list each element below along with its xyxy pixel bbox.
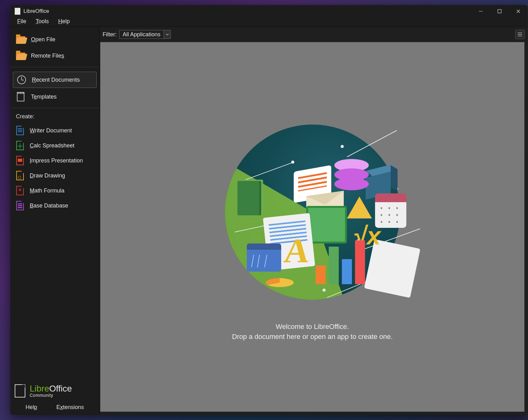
- menu-file[interactable]: File: [13, 18, 30, 25]
- main-area: Filter: All Applications: [99, 27, 528, 415]
- close-button[interactable]: [509, 5, 528, 18]
- brand-office: Office: [49, 384, 72, 393]
- sidebar-create-calc[interactable]: Calc Spreadsheet: [12, 138, 97, 153]
- main-toolbar: Filter: All Applications: [99, 27, 528, 42]
- chevron-down-icon: [164, 30, 170, 38]
- maximize-button[interactable]: [490, 5, 509, 18]
- sidebar: Open File Remote Files Recent Documents …: [10, 27, 99, 415]
- base-icon: [16, 201, 24, 210]
- sidebar-create-impress[interactable]: Impress Presentation: [12, 153, 97, 168]
- calc-icon: [16, 141, 24, 150]
- minimize-button[interactable]: [471, 5, 490, 18]
- app-window: LibreOffice File Tools Help Open File: [10, 5, 528, 415]
- sidebar-remote-files[interactable]: Remote Files: [12, 48, 97, 64]
- draw-icon: [16, 171, 24, 180]
- extensions-link[interactable]: Extensions: [56, 404, 84, 411]
- brand-libre: Libre: [30, 384, 49, 393]
- filter-select[interactable]: All Applications: [119, 30, 171, 39]
- hero-illustration: A √x: [212, 112, 413, 312]
- folder-open-icon: [16, 35, 25, 44]
- view-menu-button[interactable]: [515, 30, 525, 39]
- template-icon: [16, 92, 25, 101]
- sidebar-templates[interactable]: Templates: [12, 89, 97, 105]
- filter-label: Filter:: [103, 31, 117, 38]
- sidebar-create-math[interactable]: Math Formula: [12, 183, 97, 198]
- brand-logo: LibreOffice Community: [10, 381, 99, 401]
- help-link[interactable]: Help: [26, 404, 37, 411]
- titlebar: LibreOffice: [10, 5, 528, 18]
- sidebar-create-draw[interactable]: Draw Drawing: [12, 168, 97, 183]
- menu-tools[interactable]: Tools: [32, 18, 53, 25]
- brand-icon: [15, 384, 25, 397]
- welcome-line-2: Drop a document here or open an app to c…: [232, 332, 393, 342]
- welcome-line-1: Welcome to LibreOffice.: [232, 322, 393, 332]
- start-center-canvas[interactable]: A √x Welcome to LibreOffice. Drop a docu…: [100, 42, 525, 412]
- app-icon: [15, 8, 20, 15]
- math-icon: [16, 186, 24, 195]
- folder-remote-icon: [16, 51, 25, 60]
- impress-icon: [16, 156, 24, 165]
- sidebar-open-file[interactable]: Open File: [12, 31, 97, 48]
- create-header: Create:: [12, 112, 97, 123]
- brand-subtitle: Community: [30, 393, 72, 398]
- sidebar-create-writer[interactable]: Writer Document: [12, 123, 97, 138]
- filter-value: All Applications: [119, 31, 164, 38]
- clock-icon: [17, 75, 26, 85]
- window-title: LibreOffice: [23, 8, 49, 14]
- menu-help[interactable]: Help: [54, 18, 74, 25]
- svg-rect-1: [498, 10, 501, 13]
- sidebar-recent-documents[interactable]: Recent Documents: [13, 72, 97, 88]
- menubar: File Tools Help: [10, 18, 528, 27]
- sidebar-create-base[interactable]: Base Database: [12, 198, 97, 213]
- writer-icon: [16, 126, 24, 135]
